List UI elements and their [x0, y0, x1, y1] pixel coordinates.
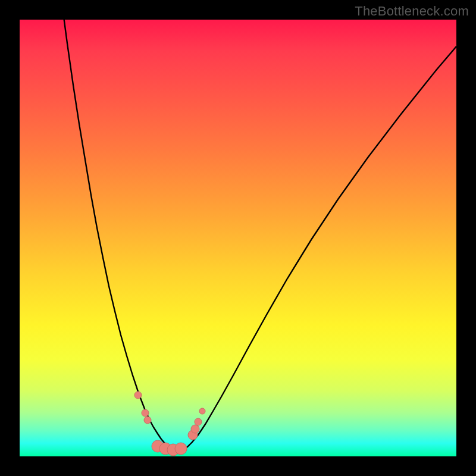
data-marker — [199, 408, 205, 414]
data-marker — [144, 416, 151, 424]
data-marker — [195, 418, 202, 425]
data-marker — [191, 425, 199, 433]
watermark-text: TheBottleneck.com — [355, 4, 469, 19]
data-marker — [175, 443, 187, 455]
data-marker — [134, 392, 142, 399]
data-markers-layer — [20, 20, 456, 456]
data-marker — [142, 409, 149, 416]
chart-frame: TheBottleneck.com — [0, 0, 476, 476]
